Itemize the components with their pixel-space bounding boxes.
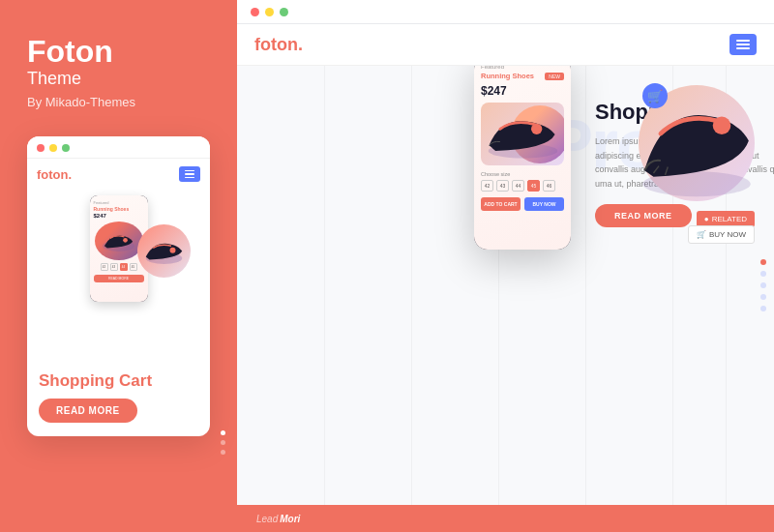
mini-shoe-img [95,222,143,260]
mini-browser-content: foton. Featured Running Shoes $247 [27,159,210,360]
cp-size[interactable]: 44 [512,180,524,192]
browser-menu-button[interactable] [729,34,757,55]
svg-point-1 [123,238,128,243]
left-card-bottom: Shopping Cart READ MORE [27,371,210,436]
mini-menu-line [185,170,194,172]
right-panel: foton. Produ Featured Runni [237,0,774,532]
bottom-bar-prefix: Lead [256,514,278,524]
cp-buy-now-btn[interactable]: BUY NOW [524,197,564,211]
mini-browser-card: foton. Featured Running Shoes $247 [27,136,210,436]
left-dot[interactable] [221,450,225,455]
cart-small-icon: 🛒 [697,230,706,239]
right-dot-active[interactable] [760,259,766,265]
left-subtitle: Theme [27,69,210,89]
mini-dot-red [37,144,45,152]
mini-phone-wrap: Featured Running Shoes $247 [37,195,200,302]
mini-phone-title: Running Shoes [94,206,144,212]
left-dot[interactable] [221,440,225,445]
left-by: By Mikado-Themes [27,95,210,109]
left-card-title: Shopping Cart [39,371,198,391]
mini-phone-sizes: 42 43 44 45 [94,263,144,271]
right-dot[interactable] [760,306,766,311]
buy-now-floating-button[interactable]: 🛒 BUY NOW [688,225,755,244]
browser-nav: foton. [237,24,774,66]
cp-size[interactable]: 46 [543,180,555,192]
cp-price: $247 [481,84,564,98]
grid-line [411,66,412,505]
left-read-more-button[interactable]: READ MORE [39,399,137,423]
cp-choose-label: Choose size [481,171,564,177]
cp-product-title: Running Shoes [481,72,534,80]
bottom-bar: Lead Mori [237,505,774,532]
buy-now-label: BUY NOW [709,230,746,239]
burger-line [736,40,750,42]
cp-size-active[interactable]: 45 [527,180,540,192]
mini-phone-size: 42 [101,263,108,271]
burger-line [736,44,750,45]
left-pagination-dots [221,430,225,455]
mini-phone-shoe [95,222,143,260]
shoe-svg-mini [102,229,135,253]
left-panel: Foton Theme By Mikado-Themes foton. [0,0,237,532]
right-dot[interactable] [760,271,766,277]
mini-browser-bar [27,136,210,159]
right-dot[interactable] [760,282,766,288]
cp-shoe-svg [482,107,564,161]
left-title: Foton [27,35,210,69]
svg-point-3 [170,248,176,253]
cp-featured-tag: Featured [481,66,564,70]
mini-dot-yellow [49,144,57,152]
mini-menu-line [185,177,194,179]
browser-chrome [237,0,774,24]
cp-size[interactable]: 42 [481,180,493,192]
burger-icon [736,40,750,49]
mini-phone-size-active[interactable]: 44 [120,263,128,271]
mini-menu-lines [185,170,194,179]
related-icon: ● [704,215,709,223]
bottom-bar-name: Mori [280,514,300,524]
center-phone: Featured Running Shoes NEW $247 [474,66,571,250]
mini-phone-size: 45 [130,263,137,271]
mini-logo: foton. [37,167,72,182]
browser-dot-green [280,8,288,16]
browser-logo: foton. [254,35,303,55]
center-phone-screen: Featured Running Shoes NEW $247 [474,66,571,250]
mini-menu-icon[interactable] [179,166,200,182]
svg-point-5 [531,124,542,134]
cp-product-tag: NEW [545,73,564,80]
browser-dot-yellow [265,8,274,16]
mini-phone-price: $247 [94,213,144,219]
cart-icon[interactable]: 🛒 [642,83,668,108]
cp-add-to-cart-btn[interactable]: ADD TO CART [481,197,521,211]
right-dot[interactable] [760,294,766,300]
mini-dot-green [62,144,70,152]
cp-size[interactable]: 43 [496,180,509,192]
burger-line [736,47,750,49]
right-pagination-dots [760,259,766,311]
mini-shoe-circle [137,224,191,278]
cp-shoe-area [481,103,564,165]
left-dot-active[interactable] [221,430,225,435]
mini-menu-line [185,173,194,175]
cp-product-bar: Running Shoes NEW [481,72,564,80]
svg-point-7 [713,117,731,135]
mini-circle-shoe [142,234,186,268]
mini-phone-size: 43 [110,263,118,271]
grid-line [324,66,325,505]
cp-actions: ADD TO CART BUY NOW [481,197,564,211]
related-label: RELATED [712,215,747,223]
mini-nav: foton. [37,166,200,182]
cp-sizes: 42 43 44 45 46 [481,180,564,192]
browser-content-area: Produ Featured Running Shoes NEW $247 [237,66,774,505]
mini-phone-btn[interactable]: READ MORE [94,275,144,282]
browser-dot-red [251,8,259,16]
mini-phone-featured: Featured [94,200,144,205]
